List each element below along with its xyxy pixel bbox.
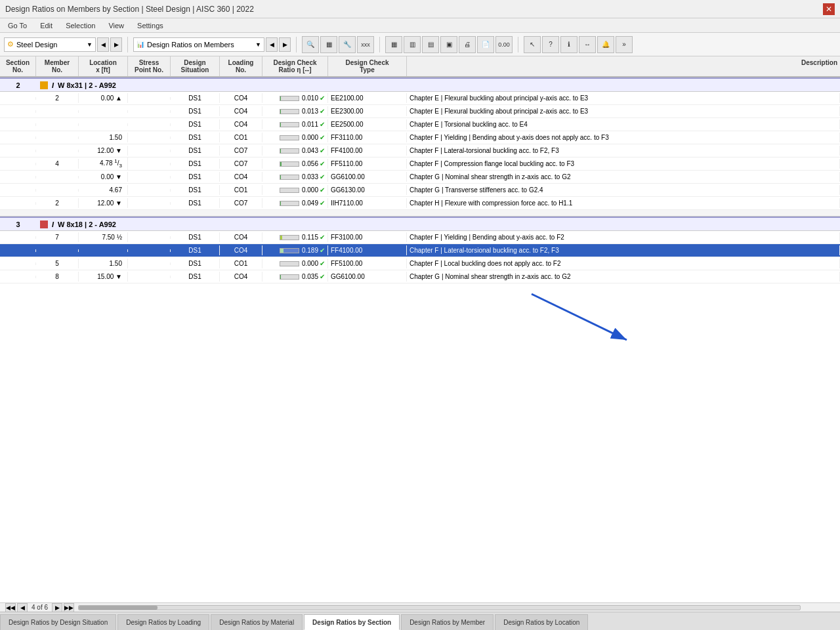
tool-export2-btn[interactable]: ▥ [404,36,421,53]
ratio-bar [280,135,299,140]
table-row[interactable]: 5 1.50 DS1 CO1 0.000 ✔ FF5100.00 Chapter… [0,257,840,270]
nav-last-btn[interactable]: ▶▶ [64,603,74,612]
cell-section [0,262,36,265]
cell-loading: CO4 [220,272,262,282]
tool-calc-btn[interactable]: 0.00 [495,36,513,53]
nav-first-btn[interactable]: ◀◀ [5,603,16,612]
table-row[interactable]: 2 12.00 ▼ DS1 CO7 0.049 ✔ IIH7110.00 Cha… [0,197,840,210]
table-row[interactable]: 4.67 DS1 CO1 0.000 ✔ GG6130.00 Chapter G… [0,184,840,197]
check-icon: ✔ [320,147,325,154]
menu-settings[interactable]: Settings [135,20,166,31]
cell-member: 2 [36,198,79,208]
section-2-badge [40,81,48,89]
cell-situation: DS1 [171,232,220,242]
tab-member[interactable]: Design Ratios by Member [401,614,494,630]
cell-loading: CO7 [220,159,262,169]
cell-desc: Chapter G | Nominal shear strength in z-… [407,172,840,182]
menu-view[interactable]: View [106,20,127,31]
section-3-info: I W 8x18 | 2 - A992 [36,219,840,230]
header-section-no: SectionNo. [0,56,36,76]
tool-info-btn[interactable]: ℹ [560,36,578,53]
scrollbar-track[interactable] [78,605,801,610]
scrollbar-thumb[interactable] [79,606,158,610]
table-row[interactable]: 4 4.78 1/3 DS1 CO7 0.056 ✔ FF5110.00 Cha… [0,158,840,171]
view-nav-prev[interactable]: ◀ [266,37,278,52]
header-design-sit: DesignSituation [171,56,220,76]
tool-expand-btn[interactable]: » [616,36,633,53]
table-row[interactable]: 2 0.00 ▲ DS1 CO4 0.010 ✔ EE2100.00 Chapt… [0,92,840,105]
cell-situation: DS1 [171,119,220,129]
cell-situation: DS1 [171,185,220,195]
cell-loading: CO4 [220,245,262,255]
cell-loading: CO7 [220,146,262,156]
tool-view2-btn[interactable]: ▣ [440,36,457,53]
cell-situation: DS1 [171,198,220,208]
menu-edit[interactable]: Edit [37,20,55,31]
table-row[interactable]: 8 15.00 ▼ DS1 CO4 0.035 ✔ GG6100.00 Chap… [0,270,840,284]
tool-nav-btn[interactable]: ↔ [579,36,596,53]
page-info: 4 of 6 [29,604,51,611]
module-icon: ⚙ [7,40,14,49]
tab-location[interactable]: Design Ratios by Location [495,614,588,630]
tab-section[interactable]: Design Ratios by Section [304,614,400,630]
toolbar-dropdown-view[interactable]: 📊 Design Ratios on Members ▼ [133,37,264,52]
tool-detail-btn[interactable]: 📄 [477,36,494,53]
cell-section [0,202,36,205]
cell-member [36,136,79,139]
view-nav-next[interactable]: ▶ [279,37,291,52]
nav-prev-btn[interactable]: ◀ [17,603,28,612]
tool-select-btn[interactable]: 🔍 [302,36,319,53]
table-row[interactable]: 1.50 DS1 CO1 0.000 ✔ FF3110.00 Chapter F… [0,131,840,144]
tool-help-btn[interactable]: ? [542,36,559,53]
table-row[interactable]: 0.00 ▼ DS1 CO4 0.033 ✔ GG6100.00 Chapter… [0,171,840,184]
cell-member [36,123,79,126]
cell-loading: CO7 [220,198,262,208]
toolbar-group-left: ⚙ Steel Design ▼ ◀ ▶ [4,37,122,52]
section-3-badge [40,220,48,228]
header-check-type: Design CheckType [328,56,407,76]
tool-print-btn[interactable]: 🖨 [459,36,476,53]
cell-loading: CO4 [220,232,262,242]
cell-situation: DS1 [171,106,220,116]
toolbar-dropdown-module[interactable]: ⚙ Steel Design ▼ [4,37,96,52]
toolbar-nav-next[interactable]: ▶ [110,37,122,52]
cell-section [0,276,36,278]
header-loading: LoadingNo. [220,56,262,76]
tool-export1-btn[interactable]: ▦ [385,36,402,53]
table-row[interactable]: 12.00 ▼ DS1 CO7 0.043 ✔ FF4100.00 Chapte… [0,144,840,158]
cell-desc: Chapter F | Yielding | Bending about y-a… [407,232,840,242]
tool-table-btn[interactable]: ▦ [320,36,337,53]
tool-filter-btn[interactable]: 🔧 [339,36,356,53]
check-icon: ✔ [320,186,325,194]
tool-alert-btn[interactable]: 🔔 [597,36,614,53]
toolbar-sep-4 [518,37,518,52]
table-row[interactable]: 7 7.50 ½ DS1 CO4 0.115 ✔ FF3100.00 Chapt… [0,231,840,244]
cell-type: FF4100.00 [328,245,407,255]
tool-view1-btn[interactable]: ▤ [422,36,439,53]
header-location: Locationx [ft] [79,56,128,76]
cell-loading: CO4 [220,172,262,182]
cell-member [36,150,79,152]
tab-loading[interactable]: Design Ratios by Loading [117,614,209,630]
tab-design-situation[interactable]: Design Ratios by Design Situation [0,614,116,630]
table-row[interactable]: DS1 CO4 0.011 ✔ EE2500.00 Chapter E | To… [0,118,840,131]
nav-next-btn[interactable]: ▶ [52,603,62,612]
tool-value-btn[interactable]: xxx [357,36,374,53]
menu-selection[interactable]: Selection [63,20,98,31]
check-icon: ✔ [320,273,325,280]
check-icon: ✔ [320,260,325,267]
close-button[interactable]: ✕ [823,3,835,15]
cell-desc: Chapter F | Compression flange local buc… [407,159,840,169]
menu-goto[interactable]: Go To [5,20,30,31]
tab-material[interactable]: Design Ratios by Material [211,614,303,630]
module-label: Steel Design [16,41,57,49]
cell-type: FF3100.00 [328,232,407,242]
toolbar-nav-prev[interactable]: ◀ [97,37,109,52]
table-row[interactable]: DS1 CO4 0.013 ✔ EE2300.00 Chapter E | Fl… [0,105,840,118]
cell-type: FF3110.00 [328,133,407,142]
tool-pointer-btn[interactable]: ↖ [524,36,541,53]
ratio-bar [280,235,299,240]
scrollbar-area: ◀◀ ◀ 4 of 6 ▶ ▶▶ [0,602,840,612]
table-row-highlighted[interactable]: DS1 CO4 0.189 ✔ FF4100.00 Chapter F | La… [0,244,840,257]
check-icon: ✔ [320,247,325,254]
